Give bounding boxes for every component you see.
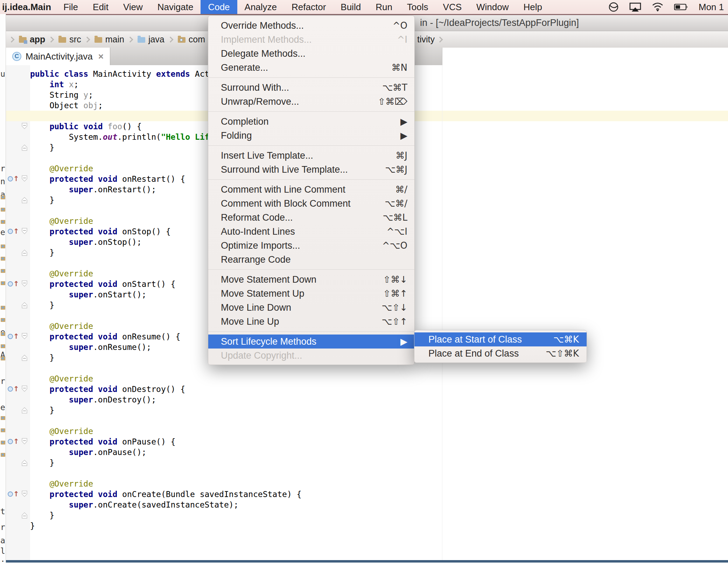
- code-token: public void: [30, 122, 108, 131]
- fold-region-start-icon[interactable]: [22, 438, 27, 446]
- menu-item-move-line-down[interactable]: Move Line Down⌥⇧↓: [208, 301, 414, 315]
- code-line-39[interactable]: [30, 468, 301, 478]
- code-line-40[interactable]: @Override: [30, 478, 301, 489]
- breadcrumb-label: java: [148, 34, 164, 44]
- code-token: onStop() {: [122, 227, 170, 236]
- clipped-text: n: [0, 177, 5, 186]
- code-line-43[interactable]: }: [30, 510, 301, 521]
- overriding-method-icon[interactable]: ↑: [8, 228, 19, 235]
- menu-item-delegate-methods[interactable]: Delegate Methods...: [208, 47, 414, 61]
- menu-item-comment-with-block-comment[interactable]: Comment with Block Comment⌥⌘/: [208, 197, 414, 211]
- app-menu-name[interactable]: ij.idea.Main: [0, 0, 56, 14]
- battery-icon[interactable]: [674, 2, 688, 12]
- tab-mainactivity-java[interactable]: C MainActivity.java ×: [6, 48, 110, 65]
- overriding-method-icon[interactable]: ↑: [8, 175, 19, 182]
- overriding-method-icon[interactable]: ↑: [8, 280, 19, 287]
- menubar-item-vcs[interactable]: VCS: [436, 0, 469, 14]
- code-line-38[interactable]: }: [30, 457, 301, 468]
- tab-close-icon[interactable]: ×: [98, 52, 104, 61]
- code-line-31[interactable]: protected void onDestroy() {: [30, 384, 301, 394]
- menu-item-folding[interactable]: Folding▶: [208, 129, 414, 143]
- code-line-41[interactable]: protected void onCreate(Bundle savedInst…: [30, 489, 301, 499]
- fold-region-end-icon[interactable]: [22, 302, 27, 310]
- submenu-arrow-icon: ▶: [400, 116, 407, 127]
- breadcrumb-item-main[interactable]: main: [94, 34, 125, 44]
- override-up-arrow: ↑: [13, 333, 19, 340]
- airplay-icon[interactable]: [629, 2, 641, 12]
- code-token: ;: [74, 80, 79, 89]
- code-line-33[interactable]: }: [30, 405, 301, 415]
- menu-item-comment-with-line-comment[interactable]: Comment with Line Comment⌘/: [208, 182, 414, 197]
- menu-item-unwrap-remove[interactable]: Unwrap/Remove...⇧⌘⌦: [208, 95, 414, 109]
- code-token: @Override: [30, 427, 93, 436]
- code-line-37[interactable]: super.onPause();: [30, 447, 301, 457]
- fold-region-end-icon[interactable]: [22, 460, 27, 468]
- menu-item-override-methods[interactable]: Override Methods...^O: [208, 19, 414, 33]
- menubar-item-window[interactable]: Window: [469, 0, 516, 14]
- menubar-item-refactor[interactable]: Refactor: [284, 0, 333, 14]
- code-token: super: [30, 448, 93, 457]
- fold-region-end-icon[interactable]: [22, 197, 27, 205]
- breadcrumb-item-activity[interactable]: tivity: [417, 31, 447, 48]
- fold-region-start-icon[interactable]: [22, 228, 27, 236]
- menubar-item-tools[interactable]: Tools: [400, 0, 436, 14]
- overriding-method-icon[interactable]: ↑: [8, 490, 19, 497]
- menubar-item-code[interactable]: Code: [201, 0, 237, 14]
- code-line-36[interactable]: protected void onPause() {: [30, 436, 301, 447]
- code-line-42[interactable]: super.onCreate(savedInstanceState);: [30, 499, 301, 510]
- breadcrumb-item-java[interactable]: java: [137, 34, 165, 44]
- submenu-item-place-at-end-of-class[interactable]: Place at End of Class⌥⇧⌘K: [414, 346, 587, 360]
- overriding-method-icon[interactable]: ↑: [8, 385, 19, 392]
- code-token: protected void: [30, 280, 122, 289]
- fold-region-start-icon[interactable]: [22, 280, 27, 288]
- menubar-item-edit[interactable]: Edit: [85, 0, 116, 14]
- menu-item-move-statement-up[interactable]: Move Statement Up⇧⌘↑: [208, 287, 414, 301]
- overriding-method-icon[interactable]: ↑: [8, 333, 19, 340]
- overriding-method-icon[interactable]: ↑: [8, 438, 19, 445]
- fold-region-end-icon[interactable]: [22, 144, 27, 152]
- menu-item-auto-indent-lines[interactable]: Auto-Indent Lines^⌥I: [208, 225, 414, 239]
- fold-region-start-icon[interactable]: [22, 175, 27, 183]
- menubar-item-help[interactable]: Help: [516, 0, 550, 14]
- code-line-35[interactable]: @Override: [30, 426, 301, 436]
- menubar-item-view[interactable]: View: [116, 0, 150, 14]
- fold-region-start-icon[interactable]: [22, 490, 27, 498]
- wifi-icon[interactable]: [652, 2, 664, 12]
- menu-item-label: Move Statement Down: [221, 274, 383, 285]
- menu-item-surround-with[interactable]: Surround With...⌥⌘T: [208, 81, 414, 95]
- breadcrumb-item-src[interactable]: src: [58, 34, 82, 44]
- status-circle-icon[interactable]: [608, 2, 619, 12]
- fold-region-start-icon[interactable]: [22, 385, 27, 393]
- menu-item-generate[interactable]: Generate...⌘N: [208, 61, 414, 75]
- menu-item-completion[interactable]: Completion▶: [208, 115, 414, 129]
- menu-bar-clock[interactable]: Mon 1: [699, 2, 728, 13]
- menu-item-move-line-up[interactable]: Move Line Up⌥⇧↑: [208, 315, 414, 329]
- breadcrumb-item-com[interactable]: com: [177, 34, 206, 44]
- menubar-item-file[interactable]: File: [56, 0, 85, 14]
- fold-region-start-icon[interactable]: [22, 123, 27, 131]
- menubar-item-run[interactable]: Run: [368, 0, 400, 14]
- menu-item-surround-with-live-template[interactable]: Surround with Live Template...⌥⌘J: [208, 163, 414, 177]
- submenu-arrow-icon: ▶: [400, 336, 407, 347]
- fold-region-end-icon[interactable]: [22, 407, 27, 415]
- code-line-30[interactable]: @Override: [30, 373, 301, 384]
- menubar-item-navigate[interactable]: Navigate: [150, 0, 201, 14]
- fold-region-end-icon[interactable]: [22, 354, 27, 363]
- menu-item-rearrange-code[interactable]: Rearrange Code: [208, 253, 414, 267]
- fold-region-end-icon[interactable]: [22, 249, 27, 257]
- menu-item-optimize-imports[interactable]: Optimize Imports...^⌥O: [208, 239, 414, 253]
- code-token: ;: [88, 90, 93, 99]
- menu-item-move-statement-down[interactable]: Move Statement Down⇧⌘↓: [208, 273, 414, 287]
- menu-item-insert-live-template[interactable]: Insert Live Template...⌘J: [208, 149, 414, 163]
- code-line-44[interactable]: }: [30, 521, 301, 531]
- fold-region-start-icon[interactable]: [22, 333, 27, 341]
- fold-region-end-icon[interactable]: [22, 512, 27, 520]
- menu-item-sort-lifecycle-methods[interactable]: Sort Lifecycle Methods▶: [208, 335, 414, 349]
- code-line-32[interactable]: super.onDestroy();: [30, 394, 301, 405]
- menubar-item-analyze[interactable]: Analyze: [237, 0, 285, 14]
- breadcrumb-item-app[interactable]: app: [18, 34, 46, 44]
- code-line-34[interactable]: [30, 415, 301, 426]
- submenu-item-place-at-start-of-class[interactable]: Place at Start of Class⌥⌘K: [414, 332, 587, 346]
- menubar-item-build[interactable]: Build: [333, 0, 368, 14]
- menu-item-reformat-code[interactable]: Reformat Code...⌥⌘L: [208, 211, 414, 225]
